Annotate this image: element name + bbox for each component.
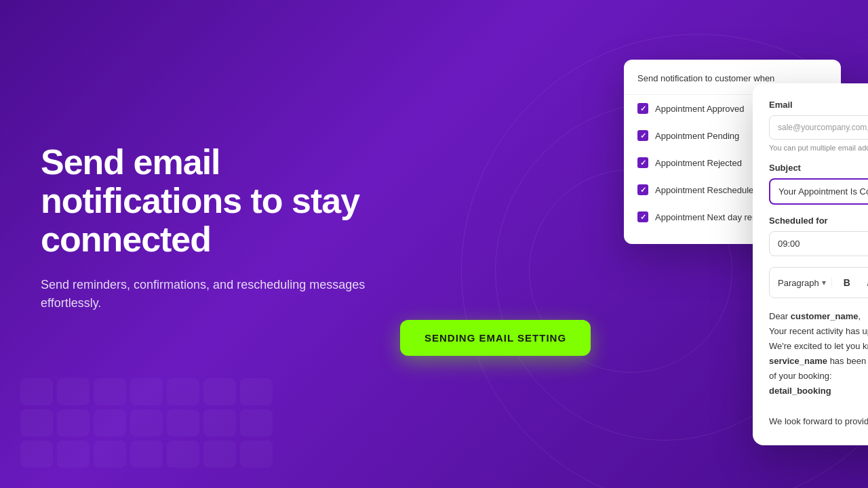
email-greeting: Dear customer_name, [769,309,868,324]
scheduled-label: Scheduled for [769,216,868,226]
checkbox-approved[interactable] [637,103,648,114]
scheduled-time-select[interactable]: 09:00 ▾ [769,231,868,256]
sending-email-setting-button[interactable]: SENDING EMAIL SETTING [400,320,591,356]
paragraph-label: Paragraph [778,278,819,288]
notif-label-rescheduled: Appointment Rescheduled [655,185,759,195]
checkbox-rejected[interactable] [637,157,648,168]
email-input[interactable]: sale@yourcompany.com, sale2@yourcompany.… [769,115,868,140]
email-line5: service_name has been approved! Here are… [769,354,868,369]
email-closing: We look forward to providing you with a … [769,414,868,429]
checkbox-pending[interactable] [637,130,648,141]
page-subtitle: Send reminders, confirmations, and resch… [41,276,414,312]
email-line6: of your booking: [769,369,868,384]
email-line4: We're excited to let you know that your … [769,339,868,354]
email-settings-panel: Email sale@yourcompany.com, sale2@yourco… [753,83,868,445]
bold-button[interactable]: B [837,273,856,292]
left-section: Send email notifications to stay connect… [41,143,414,345]
text-toolbar: Paragraph ▾ B I U A ··· [769,267,868,298]
checkbox-rescheduled[interactable] [637,184,648,195]
ui-area: Send notification to customer when Appoi… [624,60,841,244]
email-hint: You can put multiple email addresses sep… [769,144,868,152]
email-field-label: Email [769,100,868,110]
subject-input[interactable] [769,178,868,205]
notif-label-approved: Appointment Approved [655,104,745,114]
email-line2: Your recent activity has updates: servic… [769,324,868,339]
email-booking-var: detail_booking [769,384,868,399]
email-body: Dear customer_name, Your recent activity… [769,309,868,429]
notif-label-pending: Appointment Pending [655,131,739,141]
paragraph-select[interactable]: Paragraph ▾ [778,278,832,288]
italic-button[interactable]: I [859,273,868,292]
keyboard-decoration [20,378,273,468]
chevron-down-icon: ▾ [822,278,826,287]
scheduled-time-value: 09:00 [778,239,800,249]
checkbox-nextday[interactable] [637,211,648,222]
subject-label: Subject [769,163,868,173]
notif-label-rejected: Appointment Rejected [655,158,742,168]
cta-area: SENDING EMAIL SETTING [400,320,591,356]
page-title: Send email notifications to stay connect… [41,143,414,260]
